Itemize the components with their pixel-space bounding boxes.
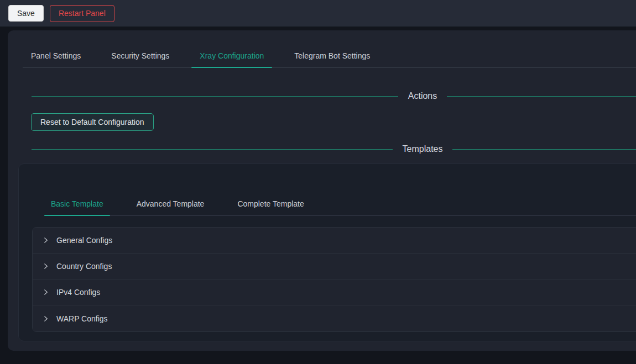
- divider-line: [452, 149, 636, 150]
- divider-line: [32, 96, 398, 97]
- top-bar: Save Restart Panel: [0, 0, 636, 27]
- chevron-right-icon: [43, 263, 49, 270]
- tab-security-settings[interactable]: Security Settings: [103, 44, 178, 67]
- divider-line: [32, 149, 393, 150]
- reset-to-default-button[interactable]: Reset to Default Configuration: [31, 113, 154, 131]
- actions-divider-label: Actions: [398, 91, 447, 101]
- collapse-row-label: General Configs: [56, 236, 112, 245]
- chevron-right-icon: [43, 315, 49, 322]
- restart-panel-button[interactable]: Restart Panel: [50, 5, 114, 22]
- tab-telegram-bot-settings[interactable]: Telegram Bot Settings: [286, 44, 378, 67]
- template-tab-bar: Basic Template Advanced Template Complet…: [44, 192, 636, 216]
- settings-page: { "header": { "save_label": "Save", "res…: [0, 0, 636, 364]
- settings-tab-bar: Panel Settings Security Settings Xray Co…: [23, 44, 636, 68]
- tab-panel-settings[interactable]: Panel Settings: [23, 44, 89, 67]
- tab-basic-template[interactable]: Basic Template: [44, 192, 110, 215]
- collapse-row-label: WARP Configs: [56, 314, 108, 323]
- settings-card: Panel Settings Security Settings Xray Co…: [8, 30, 636, 351]
- config-collapse-list: General Configs Country Configs IPv4 Con…: [32, 227, 636, 332]
- templates-panel: Basic Template Advanced Template Complet…: [18, 163, 636, 341]
- collapse-row-general-configs[interactable]: General Configs: [33, 228, 636, 254]
- templates-divider: Templates: [32, 144, 636, 154]
- chevron-right-icon: [43, 237, 49, 244]
- collapse-row-label: IPv4 Configs: [56, 288, 100, 297]
- templates-divider-label: Templates: [393, 144, 453, 154]
- chevron-right-icon: [43, 289, 49, 296]
- tab-advanced-template[interactable]: Advanced Template: [130, 192, 211, 215]
- actions-divider: Actions: [32, 91, 636, 101]
- collapse-row-country-configs[interactable]: Country Configs: [33, 254, 636, 279]
- collapse-row-ipv4-configs[interactable]: IPv4 Configs: [33, 279, 636, 305]
- divider-line: [447, 96, 636, 97]
- collapse-row-label: Country Configs: [56, 262, 112, 271]
- tab-complete-template[interactable]: Complete Template: [231, 192, 310, 215]
- collapse-row-warp-configs[interactable]: WARP Configs: [33, 305, 636, 331]
- tab-xray-configuration[interactable]: Xray Configuration: [191, 44, 272, 67]
- save-button[interactable]: Save: [8, 5, 44, 22]
